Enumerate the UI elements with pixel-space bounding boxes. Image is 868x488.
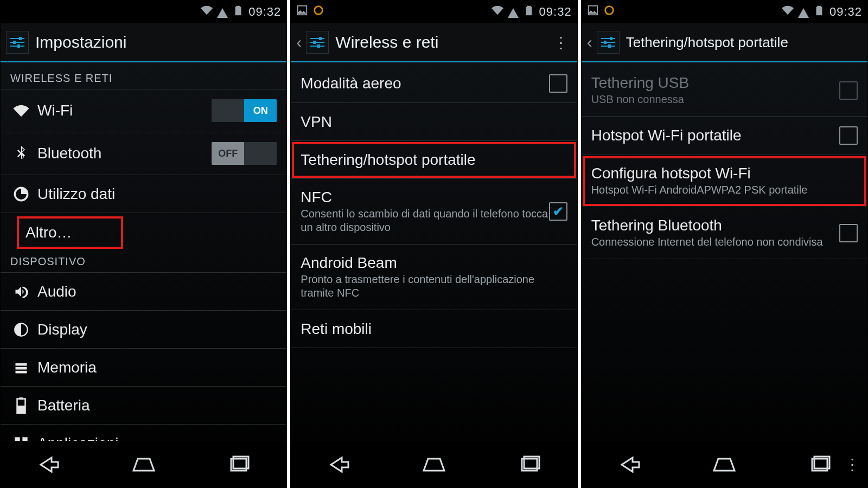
row-wifi[interactable]: Wi-Fi ON <box>1 89 286 132</box>
nfc-sublabel: Consenti lo scambio di dati quando il te… <box>301 207 548 234</box>
phone-wireless: 09:32 ‹ Wireless e reti Modalità aereo V… <box>290 0 577 488</box>
usb-checkbox <box>839 81 858 100</box>
hotspot-checkbox[interactable] <box>839 126 858 145</box>
svg-rect-12 <box>16 370 27 373</box>
row-battery[interactable]: Batteria <box>1 387 286 425</box>
bt-checkbox[interactable] <box>839 224 858 242</box>
nav-overflow-icon[interactable] <box>845 455 860 473</box>
bluetooth-toggle[interactable]: OFF <box>212 142 277 165</box>
svg-rect-6 <box>13 41 16 44</box>
row-wifi-hotspot[interactable]: Hotspot Wi-Fi portatile <box>582 117 867 155</box>
screen-title: Tethering/hotspot portatile <box>626 34 788 51</box>
signal-icon <box>217 8 228 18</box>
bt-sublabel: Connessione Internet del telefono non co… <box>591 235 839 249</box>
nav-home[interactable] <box>692 451 757 478</box>
nav-back[interactable] <box>597 451 662 478</box>
beam-label: Android Beam <box>301 254 567 272</box>
back-chevron-icon[interactable]: ‹ <box>587 33 592 52</box>
nav-bar <box>582 441 867 487</box>
wifi-status-icon <box>492 4 503 20</box>
wifi-status-icon <box>782 4 794 20</box>
nfc-checkbox[interactable] <box>549 202 567 221</box>
clock-text: 09:32 <box>539 5 572 19</box>
row-airplane[interactable]: Modalità aereo <box>291 65 577 103</box>
signal-icon <box>798 8 809 18</box>
svg-rect-7 <box>17 44 20 48</box>
wifi-toggle[interactable]: ON <box>212 99 277 122</box>
row-apps[interactable]: Applicazioni <box>1 425 286 441</box>
phone-settings: 09:32 Impostazioni WIRELESS E RETI Wi-Fi… <box>0 0 287 488</box>
screenshot-notif-icon <box>587 4 599 20</box>
wifi-icon <box>10 102 32 119</box>
phone-tethering: 09:32 ‹ Tethering/hotspot portatile Teth… <box>581 0 868 488</box>
svg-rect-16 <box>15 437 20 441</box>
nav-home[interactable] <box>111 451 176 478</box>
action-bar: Impostazioni <box>1 23 286 62</box>
row-audio[interactable]: Audio <box>1 273 286 311</box>
back-chevron-icon[interactable]: ‹ <box>296 33 302 52</box>
configure-sublabel: Hotspot Wi-Fi AndroidAPWPA2 PSK portatil… <box>591 183 858 197</box>
usb-sublabel: USB non connessa <box>591 93 839 106</box>
airplane-checkbox[interactable] <box>549 74 567 93</box>
svg-point-23 <box>315 7 323 15</box>
row-vpn[interactable]: VPN <box>291 103 577 141</box>
tethering-list: Tethering USB USB non connessa Hotspot W… <box>582 62 867 441</box>
row-tethering[interactable]: Tethering/hotspot portatile <box>291 141 577 179</box>
svg-rect-29 <box>319 37 322 40</box>
row-configure-hotspot[interactable]: Configura hotspot Wi-Fi Hotspot Wi-Fi An… <box>582 155 867 207</box>
screen-title: Impostazioni <box>35 33 126 52</box>
svg-rect-41 <box>610 37 612 40</box>
nav-recent[interactable] <box>787 451 852 478</box>
status-bar: 09:32 <box>291 1 577 23</box>
signal-icon <box>508 8 519 18</box>
hotspot-label: Hotspot Wi-Fi portatile <box>591 127 839 144</box>
nav-back[interactable] <box>16 451 81 478</box>
row-nfc[interactable]: NFC Consenti lo scambio di dati quando i… <box>291 179 577 245</box>
wifi-label: Wi-Fi <box>37 102 212 119</box>
action-bar: ‹ Tethering/hotspot portatile <box>582 23 867 62</box>
data-usage-icon <box>10 187 32 202</box>
notif-dot-icon <box>603 4 615 20</box>
nav-bar <box>291 441 577 487</box>
row-data-usage[interactable]: Utilizzo dati <box>1 175 286 213</box>
svg-rect-25 <box>526 7 532 16</box>
clock-text: 09:32 <box>829 5 862 19</box>
airplane-label: Modalità aereo <box>301 75 548 92</box>
battery-icon <box>232 4 244 20</box>
svg-point-35 <box>605 7 613 15</box>
nav-recent[interactable] <box>497 451 562 478</box>
toggle-on-text: ON <box>244 99 277 122</box>
bt-label: Tethering Bluetooth <box>591 217 839 234</box>
nav-home[interactable] <box>401 451 467 478</box>
row-bluetooth[interactable]: Bluetooth OFF <box>1 132 286 175</box>
screen-title: Wireless e reti <box>335 33 438 52</box>
vpn-label: VPN <box>301 113 567 131</box>
nav-back[interactable] <box>306 451 371 478</box>
row-display[interactable]: Display <box>1 311 286 349</box>
svg-rect-43 <box>608 44 611 48</box>
nav-recent[interactable] <box>206 451 271 478</box>
svg-rect-31 <box>317 44 320 48</box>
settings-app-icon[interactable] <box>597 31 620 54</box>
notif-dot-icon <box>312 4 324 20</box>
display-label: Display <box>37 321 277 338</box>
overflow-menu-icon[interactable] <box>550 34 572 52</box>
nfc-label: NFC <box>301 189 548 206</box>
svg-rect-15 <box>17 406 25 413</box>
row-more[interactable]: Altro… <box>16 215 124 250</box>
row-beam[interactable]: Android Beam Pronto a trasmettere i cont… <box>291 245 577 310</box>
action-bar: ‹ Wireless e reti <box>291 23 577 62</box>
settings-app-icon[interactable] <box>306 31 329 54</box>
settings-list: WIRELESS E RETI Wi-Fi ON Bluetooth <box>1 62 286 441</box>
wireless-list: Modalità aereo VPN Tethering/hotspot por… <box>291 62 577 441</box>
screenshot-notif-icon <box>296 4 308 20</box>
row-bt-tether[interactable]: Tethering Bluetooth Connessione Internet… <box>582 207 867 259</box>
audio-icon <box>10 284 32 299</box>
bluetooth-icon <box>10 146 32 161</box>
section-wireless: WIRELESS E RETI <box>1 65 286 89</box>
row-storage[interactable]: Memoria <box>1 349 286 387</box>
battery-icon <box>523 4 535 20</box>
row-mobile-networks[interactable]: Reti mobili <box>291 310 577 348</box>
apps-label: Applicazioni <box>37 435 277 441</box>
svg-rect-30 <box>313 41 316 44</box>
